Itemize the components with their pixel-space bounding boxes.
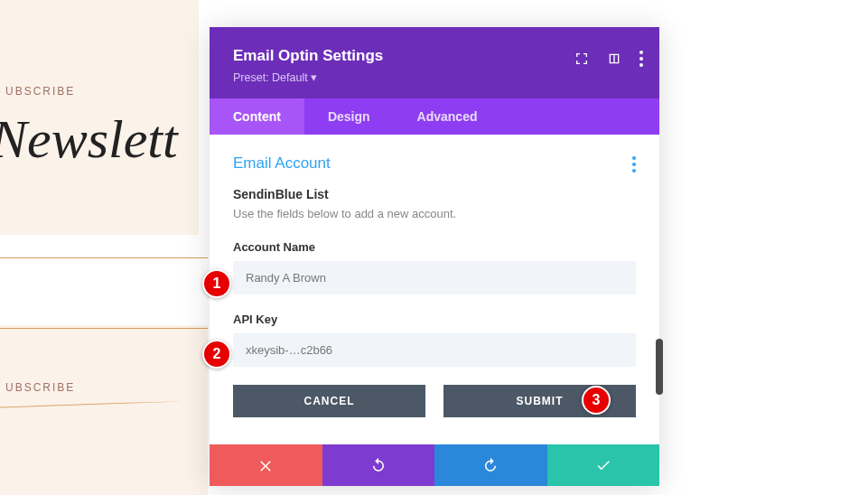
account-name-label: Account Name: [233, 240, 636, 254]
bg-panel-bottom: [0, 325, 208, 495]
undo-button[interactable]: [322, 444, 435, 486]
section-menu-icon[interactable]: [632, 156, 636, 173]
confirm-button[interactable]: [547, 444, 660, 486]
tab-bar: Content Design Advanced: [210, 98, 659, 135]
redo-button[interactable]: [434, 444, 547, 486]
layout-icon[interactable]: [607, 51, 621, 66]
cancel-button[interactable]: CANCEL: [233, 385, 425, 417]
subscribe-label-1: UBSCRIBE: [5, 85, 75, 98]
api-key-input[interactable]: [233, 333, 636, 367]
modal-header: Email Optin Settings Preset: Default ▾: [210, 27, 659, 98]
callout-3: 3: [582, 386, 611, 415]
subscribe-label-2: UBSCRIBE: [5, 381, 75, 394]
newsletter-heading: Newslett: [0, 108, 226, 171]
settings-modal: Email Optin Settings Preset: Default ▾ C…: [210, 27, 659, 486]
preset-selector[interactable]: Preset: Default ▾: [233, 70, 636, 84]
callout-1: 1: [202, 269, 231, 298]
tab-design[interactable]: Design: [304, 98, 394, 135]
footer-actions: [210, 444, 659, 486]
divider-1: [0, 257, 208, 258]
expand-icon[interactable]: [574, 51, 589, 66]
section-title-text: Email Account: [233, 154, 331, 172]
button-row: CANCEL SUBMIT: [233, 385, 636, 417]
undo-icon: [370, 457, 387, 473]
tab-advanced[interactable]: Advanced: [394, 98, 501, 135]
divider-2: [0, 328, 208, 329]
callout-2: 2: [202, 340, 231, 369]
close-icon: [257, 457, 274, 473]
account-name-input[interactable]: [233, 261, 636, 294]
more-icon[interactable]: [639, 51, 643, 67]
scrollbar[interactable]: [656, 339, 663, 395]
list-description: Use the fields below to add a new accoun…: [233, 207, 636, 220]
close-button[interactable]: [210, 444, 322, 486]
section-title: Email Account: [233, 154, 636, 173]
header-icons: [574, 51, 643, 67]
api-key-label: API Key: [233, 313, 636, 326]
list-name: SendinBlue List: [233, 187, 636, 201]
redo-icon: [482, 457, 499, 473]
check-icon: [595, 457, 611, 473]
tab-content[interactable]: Content: [210, 98, 304, 135]
